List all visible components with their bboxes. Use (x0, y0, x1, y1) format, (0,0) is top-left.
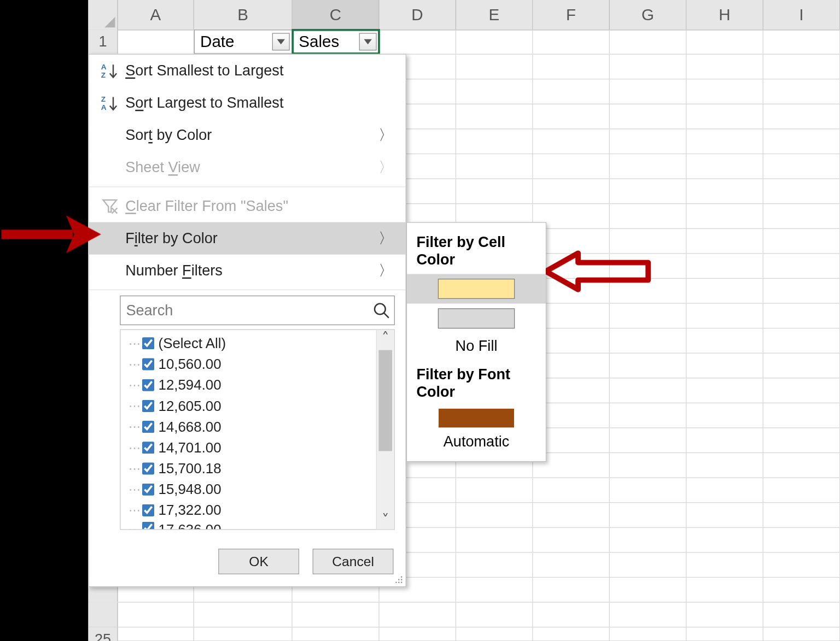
cell[interactable] (686, 104, 763, 128)
cell[interactable] (686, 229, 763, 253)
filter-value-checkbox[interactable] (142, 420, 154, 432)
cell[interactable] (686, 154, 763, 178)
col-header-H[interactable]: H (686, 0, 763, 30)
cell[interactable] (686, 354, 763, 378)
cell[interactable] (533, 578, 610, 602)
filter-value-item[interactable]: ⋯17,322.00 (125, 499, 372, 520)
cell[interactable] (456, 578, 533, 602)
cell[interactable] (456, 179, 533, 203)
cell[interactable] (763, 55, 840, 79)
cell-E1[interactable] (456, 30, 533, 54)
no-fill-option[interactable]: No Fill (407, 333, 546, 363)
filter-value-item[interactable]: ⋯17,636.00 (125, 520, 372, 529)
scroll-up-icon[interactable]: ˄ (377, 330, 394, 348)
cell[interactable] (686, 503, 763, 527)
select-all-checkbox[interactable] (142, 337, 154, 349)
cell[interactable] (456, 552, 533, 577)
cell[interactable] (456, 154, 533, 178)
cell[interactable] (610, 552, 686, 577)
cell[interactable] (610, 79, 686, 103)
cell[interactable] (610, 378, 686, 402)
cell-H1[interactable] (687, 30, 763, 54)
font-color-option[interactable] (439, 409, 514, 427)
cell-B1[interactable]: Date (194, 30, 293, 54)
cell[interactable] (533, 55, 610, 79)
cell-A1[interactable] (118, 30, 194, 54)
cell[interactable] (533, 478, 610, 502)
cell[interactable] (118, 603, 194, 627)
cell[interactable] (763, 603, 840, 627)
cell[interactable] (194, 627, 293, 641)
cell[interactable] (533, 79, 610, 103)
cell[interactable] (763, 378, 840, 402)
cell[interactable] (686, 528, 763, 552)
cell[interactable] (610, 328, 686, 352)
filter-value-checkbox[interactable] (142, 522, 154, 530)
cell-G1[interactable] (610, 30, 686, 54)
row-header[interactable]: 1 (88, 30, 118, 54)
cell[interactable] (610, 179, 686, 203)
cell[interactable] (533, 154, 610, 178)
cell[interactable] (686, 328, 763, 352)
cell[interactable] (610, 55, 686, 79)
cell[interactable] (533, 627, 610, 641)
col-header-D[interactable]: D (379, 0, 456, 30)
col-header-E[interactable]: E (456, 0, 533, 30)
filter-value-checkbox[interactable] (142, 358, 154, 370)
cell[interactable] (686, 403, 763, 427)
filter-value-item[interactable]: ⋯15,948.00 (125, 479, 372, 499)
cell[interactable] (763, 627, 840, 641)
col-header-B[interactable]: B (194, 0, 293, 30)
cell[interactable] (686, 627, 763, 641)
filter-value-item[interactable]: ⋯10,560.00 (125, 354, 372, 374)
cell[interactable] (763, 204, 840, 228)
filter-value-checkbox[interactable] (142, 483, 154, 495)
cell[interactable] (610, 627, 686, 641)
cell[interactable] (293, 603, 380, 627)
filter-value-item[interactable]: ⋯14,668.00 (125, 416, 372, 437)
cell[interactable] (456, 130, 533, 154)
cell[interactable] (533, 528, 610, 552)
row-header[interactable]: 25 (88, 627, 118, 641)
cell[interactable] (686, 79, 763, 103)
cell[interactable] (610, 428, 686, 452)
cell[interactable] (380, 627, 456, 641)
cell[interactable] (763, 130, 840, 154)
sort-by-color[interactable]: Sort by Color 〉 (89, 119, 406, 151)
cell[interactable] (686, 254, 763, 278)
cell[interactable] (610, 603, 686, 627)
cell[interactable] (610, 229, 686, 253)
cell[interactable] (610, 154, 686, 178)
filter-button-sales[interactable] (359, 33, 377, 50)
row-header[interactable] (88, 603, 118, 627)
cell[interactable] (610, 254, 686, 278)
cell[interactable] (533, 104, 610, 128)
cell[interactable] (686, 552, 763, 577)
cell[interactable] (763, 328, 840, 352)
cell[interactable] (610, 104, 686, 128)
col-header-A[interactable]: A (118, 0, 194, 30)
sort-descending[interactable]: ZA Sort Largest to Smallest (89, 87, 406, 119)
cell[interactable] (456, 104, 533, 128)
cell[interactable] (456, 627, 533, 641)
cell[interactable] (763, 304, 840, 328)
cell[interactable] (763, 528, 840, 552)
cell[interactable] (686, 603, 763, 627)
col-header-G[interactable]: G (610, 0, 686, 30)
cell[interactable] (456, 528, 533, 552)
cell[interactable] (610, 130, 686, 154)
cell[interactable] (610, 503, 686, 527)
filter-button-date[interactable] (272, 33, 290, 50)
cell[interactable] (763, 229, 840, 253)
cell[interactable] (456, 79, 533, 103)
cell[interactable] (763, 354, 840, 378)
number-filters[interactable]: Number Filters 〉 (89, 255, 406, 287)
cell[interactable] (763, 279, 840, 303)
cell[interactable] (456, 503, 533, 527)
cell[interactable] (118, 627, 194, 641)
ok-button[interactable]: OK (218, 549, 299, 574)
cell[interactable] (763, 453, 840, 477)
cell[interactable] (380, 603, 456, 627)
cell[interactable] (686, 204, 763, 228)
col-header-I[interactable]: I (763, 0, 840, 30)
